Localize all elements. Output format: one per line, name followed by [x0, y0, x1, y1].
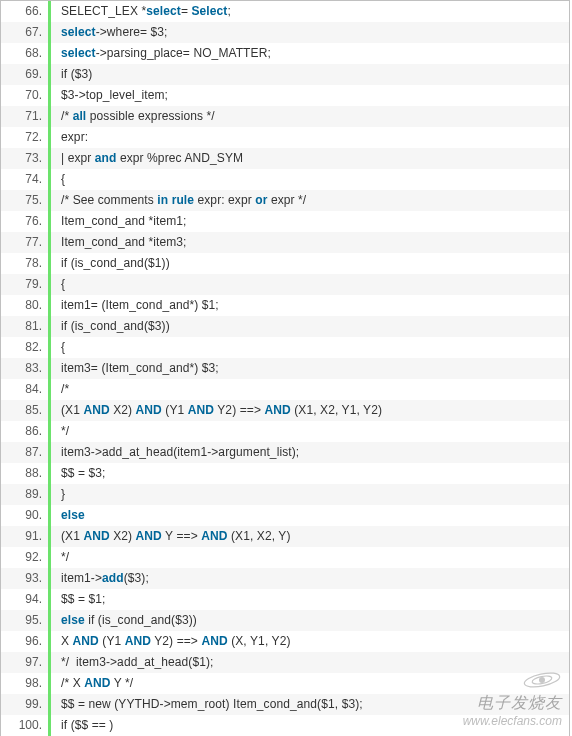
line-number: 80.: [1, 295, 48, 316]
line-number: 96.: [1, 631, 48, 652]
code-line: 100.if ($$ == ): [1, 715, 569, 736]
code-line: 84./*: [1, 379, 569, 400]
code-line: 91.(X1 AND X2) AND Y ==> AND (X1, X2, Y): [1, 526, 569, 547]
line-number: 89.: [1, 484, 48, 505]
code-text: SELECT_LEX *select= Select;: [51, 1, 231, 22]
line-number: 75.: [1, 190, 48, 211]
code-line: 77.Item_cond_and *item3;: [1, 232, 569, 253]
line-number: 93.: [1, 568, 48, 589]
code-text: /* See comments in rule expr: expr or ex…: [51, 190, 306, 211]
code-text: */ item3->add_at_head($1);: [51, 652, 213, 673]
line-number: 97.: [1, 652, 48, 673]
line-number: 78.: [1, 253, 48, 274]
code-text: $3->top_level_item;: [51, 85, 168, 106]
code-line: 71./* all possible expressions */: [1, 106, 569, 127]
code-text: (X1 AND X2) AND (Y1 AND Y2) ==> AND (X1,…: [51, 400, 382, 421]
code-text: {: [51, 274, 65, 295]
code-line: 95.else if (is_cond_and($3)): [1, 610, 569, 631]
code-line: 97.*/ item3->add_at_head($1);: [1, 652, 569, 673]
line-number: 67.: [1, 22, 48, 43]
code-line: 67.select->where= $3;: [1, 22, 569, 43]
code-line: 74.{: [1, 169, 569, 190]
line-number: 71.: [1, 106, 48, 127]
code-text: (X1 AND X2) AND Y ==> AND (X1, X2, Y): [51, 526, 291, 547]
code-line: 86.*/: [1, 421, 569, 442]
code-line: 88.$$ = $3;: [1, 463, 569, 484]
line-number: 79.: [1, 274, 48, 295]
code-line: 69.if ($3): [1, 64, 569, 85]
code-text: if (is_cond_and($1)): [51, 253, 170, 274]
code-line: 99.$$ = new (YYTHD->mem_root) Item_cond_…: [1, 694, 569, 715]
line-number: 82.: [1, 337, 48, 358]
code-line: 83.item3= (Item_cond_and*) $3;: [1, 358, 569, 379]
code-line: 82.{: [1, 337, 569, 358]
code-text: item1= (Item_cond_and*) $1;: [51, 295, 219, 316]
code-text: else: [51, 505, 85, 526]
code-text: Item_cond_and *item3;: [51, 232, 187, 253]
line-number: 74.: [1, 169, 48, 190]
code-text: select->where= $3;: [51, 22, 168, 43]
code-line: 79.{: [1, 274, 569, 295]
code-text: $$ = new (YYTHD->mem_root) Item_cond_and…: [51, 694, 363, 715]
line-number: 91.: [1, 526, 48, 547]
line-number: 86.: [1, 421, 48, 442]
code-text: expr:: [51, 127, 88, 148]
line-number: 77.: [1, 232, 48, 253]
line-number: 83.: [1, 358, 48, 379]
code-line: 75./* See comments in rule expr: expr or…: [1, 190, 569, 211]
line-number: 81.: [1, 316, 48, 337]
code-text: if (is_cond_and($3)): [51, 316, 170, 337]
code-line: 72.expr:: [1, 127, 569, 148]
code-text: item1->add($3);: [51, 568, 149, 589]
line-number: 92.: [1, 547, 48, 568]
code-line: 89.}: [1, 484, 569, 505]
code-text: else if (is_cond_and($3)): [51, 610, 197, 631]
code-text: /* X AND Y */: [51, 673, 133, 694]
line-number: 94.: [1, 589, 48, 610]
code-text: select->parsing_place= NO_MATTER;: [51, 43, 271, 64]
line-number: 95.: [1, 610, 48, 631]
code-text: item3= (Item_cond_and*) $3;: [51, 358, 219, 379]
line-number: 68.: [1, 43, 48, 64]
code-line: 93.item1->add($3);: [1, 568, 569, 589]
line-number: 88.: [1, 463, 48, 484]
line-number: 98.: [1, 673, 48, 694]
line-number: 76.: [1, 211, 48, 232]
code-line: 92.*/: [1, 547, 569, 568]
line-number: 70.: [1, 85, 48, 106]
code-line: 87.item3->add_at_head(item1->argument_li…: [1, 442, 569, 463]
line-number: 87.: [1, 442, 48, 463]
code-text: X AND (Y1 AND Y2) ==> AND (X, Y1, Y2): [51, 631, 291, 652]
code-text: {: [51, 169, 65, 190]
code-text: */: [51, 421, 69, 442]
code-line: 96.X AND (Y1 AND Y2) ==> AND (X, Y1, Y2): [1, 631, 569, 652]
code-text: if ($3): [51, 64, 92, 85]
code-line: 78.if (is_cond_and($1)): [1, 253, 569, 274]
code-line: 94.$$ = $1;: [1, 589, 569, 610]
code-line: 66.SELECT_LEX *select= Select;: [1, 1, 569, 22]
line-number: 85.: [1, 400, 48, 421]
line-number: 90.: [1, 505, 48, 526]
code-text: $$ = $1;: [51, 589, 106, 610]
line-number: 99.: [1, 694, 48, 715]
code-text: /* all possible expressions */: [51, 106, 215, 127]
code-text: | expr and expr %prec AND_SYM: [51, 148, 243, 169]
code-line: 70.$3->top_level_item;: [1, 85, 569, 106]
code-block: 66.SELECT_LEX *select= Select;67.select-…: [0, 0, 570, 736]
line-number: 72.: [1, 127, 48, 148]
code-line: 81.if (is_cond_and($3)): [1, 316, 569, 337]
code-line: 73.| expr and expr %prec AND_SYM: [1, 148, 569, 169]
code-line: 76.Item_cond_and *item1;: [1, 211, 569, 232]
line-number: 84.: [1, 379, 48, 400]
code-line: 98./* X AND Y */: [1, 673, 569, 694]
code-line: 68.select->parsing_place= NO_MATTER;: [1, 43, 569, 64]
line-number: 69.: [1, 64, 48, 85]
code-line: 85.(X1 AND X2) AND (Y1 AND Y2) ==> AND (…: [1, 400, 569, 421]
code-text: Item_cond_and *item1;: [51, 211, 187, 232]
code-text: if ($$ == ): [51, 715, 113, 736]
line-number: 73.: [1, 148, 48, 169]
code-text: }: [51, 484, 65, 505]
code-text: item3->add_at_head(item1->argument_list)…: [51, 442, 299, 463]
line-number: 100.: [1, 715, 48, 736]
code-text: /*: [51, 379, 69, 400]
